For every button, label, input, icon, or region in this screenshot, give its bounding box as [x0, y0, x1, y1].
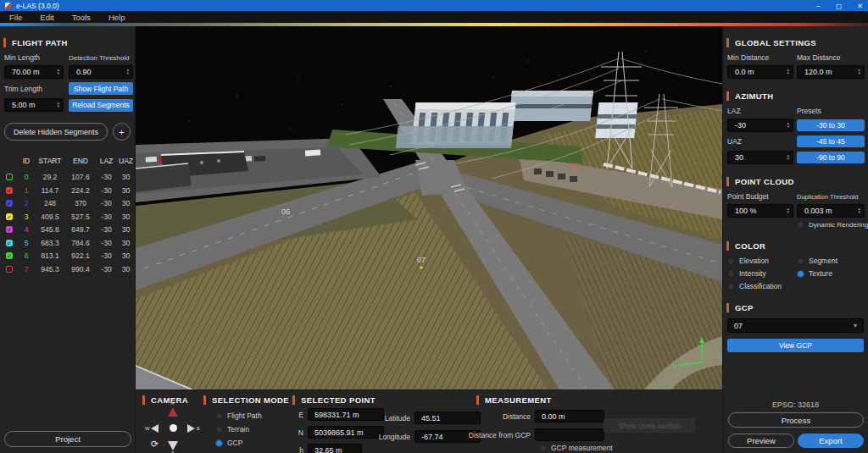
preset-30-button[interactable]: -30 to 30: [797, 119, 865, 131]
reload-segments-button[interactable]: Reload Segments: [69, 99, 133, 112]
selection-flight-path-option[interactable]: Flight Path: [215, 412, 289, 420]
segment-visibility-checkbox[interactable]: [6, 174, 13, 180]
viewport-3d[interactable]: 06 07 10 N: [136, 26, 722, 389]
menu-edit[interactable]: Edit: [40, 13, 53, 22]
spinner-arrows-icon[interactable]: ▲▼: [57, 69, 60, 75]
distance-from-gcp-field[interactable]: [535, 428, 604, 441]
process-button[interactable]: Process: [728, 412, 864, 428]
radio-icon[interactable]: [215, 426, 223, 434]
camera-south-button[interactable]: [168, 441, 178, 450]
project-button[interactable]: Project: [4, 431, 131, 447]
longitude-label: Longitude: [375, 433, 410, 441]
spinner-arrows-icon[interactable]: ▲▼: [57, 102, 60, 108]
radio-icon[interactable]: [797, 257, 804, 265]
svg-text:N: N: [672, 362, 677, 370]
radio-icon[interactable]: [215, 412, 223, 420]
close-icon[interactable]: ✕: [857, 2, 863, 10]
camera-center-button[interactable]: [170, 424, 177, 432]
latitude-field[interactable]: 45.51: [415, 412, 481, 424]
preview-button[interactable]: Preview: [728, 434, 794, 448]
camera-reset-icon[interactable]: ⟳: [151, 439, 159, 449]
detection-threshold-input[interactable]: 0.90 ▲▼: [69, 65, 133, 79]
checkbox-icon[interactable]: [539, 445, 547, 452]
color-classification-option[interactable]: Classification: [727, 282, 793, 290]
spinner-arrows-icon[interactable]: ▲▼: [858, 69, 861, 75]
distance-field[interactable]: 0.00 m: [535, 410, 604, 423]
menu-help[interactable]: Help: [108, 13, 125, 22]
view-gcp-button[interactable]: View GCP: [727, 339, 864, 352]
segment-visibility-checkbox[interactable]: ✓: [6, 252, 13, 259]
max-distance-input[interactable]: 120.0 m ▲▼: [797, 65, 865, 79]
point-budget-input[interactable]: 100 % ▲▼: [727, 204, 793, 218]
menu-file[interactable]: File: [9, 13, 22, 22]
global-settings-title: GLOBAL SETTINGS: [726, 38, 868, 47]
uaz-input[interactable]: 30 ▲▼: [727, 151, 793, 164]
gcp-label-10: 10: [570, 162, 578, 170]
height-field[interactable]: 32.65 m: [308, 444, 362, 453]
duplication-threshold-input[interactable]: 0.003 m ▲▼: [797, 204, 865, 218]
camera-west-button[interactable]: [151, 424, 159, 433]
segment-visibility-checkbox[interactable]: ✓: [6, 213, 13, 220]
azimuth-title: AZIMUTH: [726, 91, 868, 101]
radio-icon[interactable]: [727, 283, 735, 290]
spinner-arrows-icon[interactable]: ▲▼: [126, 69, 130, 75]
delete-hidden-segments-button[interactable]: Delete Hidden Segments: [4, 123, 108, 141]
easting-field[interactable]: 598331.71 m: [308, 408, 384, 421]
gcp-measurement-option[interactable]: GCP measurement: [539, 444, 613, 452]
radio-icon[interactable]: [727, 257, 735, 265]
selection-terrain-option[interactable]: Terrain: [215, 425, 289, 434]
window-title: e-LAS (3.0.0): [16, 2, 59, 10]
preset-45-button[interactable]: -45 to 45: [797, 135, 865, 147]
dynamic-rendering-option[interactable]: Dynamic Rendering: [797, 221, 865, 229]
color-elevation-option[interactable]: Elevation: [727, 257, 793, 265]
segments-table: ID START END LAZ UAZ 0 29.2 107.6 -30 30…: [0, 154, 135, 276]
spinner-arrows-icon[interactable]: ▲▼: [858, 207, 861, 214]
minimize-icon[interactable]: –: [816, 2, 821, 10]
camera-east-button[interactable]: [187, 424, 195, 433]
segment-visibility-checkbox[interactable]: ✓: [6, 226, 13, 233]
camera-north-button[interactable]: [168, 407, 178, 417]
duplication-threshold-label: Duplication Threshold: [797, 193, 865, 201]
spinner-arrows-icon[interactable]: ▲▼: [787, 154, 790, 161]
presets-label: Presets: [797, 107, 865, 115]
radio-icon[interactable]: [797, 270, 804, 278]
maximize-icon[interactable]: ◻: [836, 2, 842, 10]
preset-90-button[interactable]: -90 to 90: [797, 152, 865, 163]
measurement-section: MEASUREMENT: [476, 395, 552, 405]
laz-label: LAZ: [727, 107, 793, 115]
radio-icon[interactable]: [215, 439, 223, 447]
color-segment-option[interactable]: Segment: [797, 257, 865, 265]
segment-visibility-checkbox[interactable]: ✓: [6, 200, 13, 207]
northing-field[interactable]: 5039865.91 m: [308, 426, 384, 439]
show-flight-path-button[interactable]: Show Flight Path: [69, 82, 133, 95]
selection-gcp-option[interactable]: GCP: [215, 439, 289, 447]
color-texture-option[interactable]: Texture: [797, 269, 865, 278]
add-segment-button[interactable]: +: [113, 123, 131, 141]
laz-input[interactable]: -30 ▲▼: [727, 119, 793, 132]
spinner-arrows-icon[interactable]: ▲▼: [787, 207, 790, 214]
min-distance-input[interactable]: 0.0 m ▲▼: [727, 65, 793, 79]
menu-tools[interactable]: Tools: [72, 13, 91, 22]
gcp-dropdown[interactable]: 07 ▾: [727, 318, 864, 333]
table-row: 0 29.2 107.6 -30 30: [0, 171, 135, 185]
west-letter: W: [145, 426, 150, 431]
table-row: ✓ 6 813.1 922.1 -30 30: [0, 250, 135, 263]
segment-visibility-checkbox[interactable]: [6, 266, 13, 273]
segment-visibility-checkbox[interactable]: ✓: [6, 187, 13, 194]
checkbox-icon[interactable]: [797, 221, 804, 229]
min-length-input[interactable]: 70.00 m ▲▼: [4, 65, 64, 79]
spinner-arrows-icon[interactable]: ▲▼: [787, 122, 790, 129]
show-cross-section-button: Show cross section: [604, 418, 695, 433]
spinner-arrows-icon[interactable]: ▲▼: [787, 69, 790, 75]
export-button[interactable]: Export: [798, 434, 864, 448]
selection-mode-section: SELECTION MODE Flight Path Terrain GCP: [203, 395, 289, 447]
color-intensity-option[interactable]: Intensity: [727, 269, 793, 278]
min-length-label: Min Length: [4, 53, 64, 62]
camera-section: CAMERA: [142, 395, 188, 405]
app-icon: [5, 3, 12, 9]
selection-mode-title: SELECTION MODE: [203, 395, 289, 405]
trim-length-input[interactable]: 5.00 m ▲▼: [4, 98, 64, 112]
segment-visibility-checkbox[interactable]: ✓: [6, 240, 13, 246]
radio-icon[interactable]: [727, 270, 735, 278]
table-row: ✓ 3 409.5 527.5 -30 30: [0, 210, 135, 224]
